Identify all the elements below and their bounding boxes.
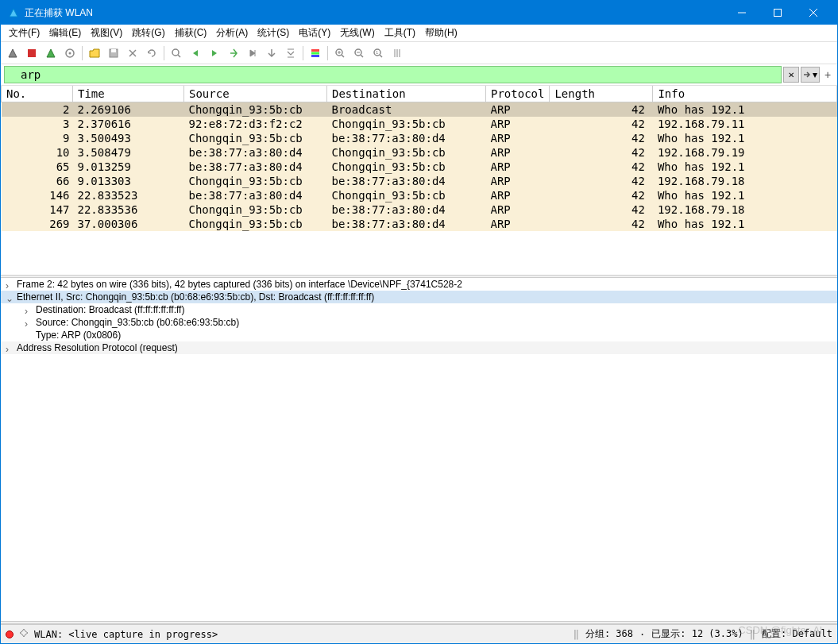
tree-eth-src[interactable]: ›Source: Chongqin_93:5b:cb (b0:68:e6:93:…	[1, 316, 837, 329]
go-back-icon[interactable]	[187, 44, 204, 62]
chevron-right-icon[interactable]: ›	[6, 280, 14, 291]
packet-row[interactable]: 659.013259be:38:77:a3:80:d4Chongqin_93:5…	[2, 160, 837, 174]
expert-info-icon[interactable]	[18, 627, 29, 641]
stop-capture-icon[interactable]	[23, 44, 41, 62]
filter-bar: ✕ ▾ +	[1, 64, 837, 86]
colorize-icon[interactable]	[307, 44, 324, 62]
window-title: 正在捕获 WLAN	[25, 6, 724, 20]
display-filter-input[interactable]	[4, 66, 782, 83]
minimize-button[interactable]	[724, 1, 759, 25]
menu-view[interactable]: 视图(V)	[86, 25, 127, 41]
column-info[interactable]: Info	[653, 86, 837, 102]
packet-row[interactable]: 14722.833536Chongqin_93:5b:cbbe:38:77:a3…	[2, 202, 837, 217]
column-no[interactable]: No.	[2, 86, 73, 102]
menu-phone[interactable]: 电话(Y)	[294, 25, 335, 41]
zoom-out-icon[interactable]	[350, 44, 368, 62]
menu-jump[interactable]: 跳转(G)	[127, 25, 169, 41]
menu-edit[interactable]: 编辑(E)	[44, 25, 86, 41]
status-packets: 分组: 368	[585, 627, 633, 641]
go-last-icon[interactable]	[263, 44, 280, 62]
status-profile[interactable]: 配置: Default	[762, 627, 832, 641]
packet-details-pane: ›Frame 2: 42 bytes on wire (336 bits), 4…	[1, 278, 837, 621]
reload-icon[interactable]	[143, 44, 160, 62]
tree-ethernet[interactable]: ⌄Ethernet II, Src: Chongqin_93:5b:cb (b0…	[1, 291, 837, 303]
packet-list-header[interactable]: No. Time Source Destination Protocol Len…	[2, 86, 837, 102]
start-capture-icon[interactable]	[4, 44, 21, 62]
tree-frame[interactable]: ›Frame 2: 42 bytes on wire (336 bits), 4…	[1, 278, 837, 291]
zoom-in-icon[interactable]	[331, 44, 349, 62]
svg-line-12	[178, 55, 180, 57]
column-source[interactable]: Source	[184, 86, 327, 102]
find-packet-icon[interactable]	[168, 44, 185, 62]
jump-to-icon[interactable]	[225, 44, 242, 62]
tree-eth-type[interactable]: Type: ARP (0x0806)	[1, 329, 837, 341]
column-length[interactable]: Length	[550, 86, 653, 102]
capture-options-icon[interactable]	[61, 44, 79, 62]
close-button[interactable]	[795, 1, 831, 25]
svg-line-21	[361, 55, 363, 57]
svg-text:1: 1	[376, 50, 379, 55]
svg-line-24	[380, 55, 382, 57]
status-dot: ·	[639, 629, 645, 640]
filter-apply-button[interactable]: ▾	[801, 67, 820, 83]
filter-clear-button[interactable]: ✕	[783, 67, 799, 83]
menu-wireless[interactable]: 无线(W)	[335, 25, 379, 41]
toolbar: 1	[1, 42, 837, 64]
titlebar: 正在捕获 WLAN	[1, 1, 837, 25]
menu-file[interactable]: 文件(F)	[4, 25, 44, 41]
svg-rect-13	[311, 49, 319, 52]
capture-active-icon	[6, 631, 14, 638]
svg-rect-15	[311, 55, 319, 57]
column-protocol[interactable]: Protocol	[486, 86, 550, 102]
chevron-down-icon[interactable]: ⌄	[6, 293, 14, 304]
chevron-right-icon[interactable]: ›	[25, 318, 33, 330]
svg-rect-14	[311, 52, 319, 54]
packet-row[interactable]: 103.508479be:38:77:a3:80:d4Chongqin_93:5…	[2, 145, 837, 160]
tree-arp[interactable]: ›Address Resolution Protocol (request)	[1, 341, 837, 354]
packet-list-pane: No. Time Source Destination Protocol Len…	[1, 86, 837, 275]
app-icon	[7, 6, 20, 19]
svg-rect-4	[28, 49, 36, 57]
column-time[interactable]: Time	[73, 86, 184, 102]
save-file-icon[interactable]	[105, 44, 122, 62]
column-destination[interactable]: Destination	[327, 86, 486, 102]
tree-eth-dst[interactable]: ›Destination: Broadcast (ff:ff:ff:ff:ff:…	[1, 303, 837, 316]
close-file-icon[interactable]	[124, 44, 141, 62]
chevron-right-icon[interactable]: ›	[6, 344, 14, 355]
status-displayed: 已显示: 12 (3.3%)	[651, 627, 743, 641]
packet-row[interactable]: 669.013303Chongqin_93:5b:cbbe:38:77:a3:8…	[2, 174, 837, 188]
packet-row[interactable]: 26937.000306Chongqin_93:5b:cbbe:38:77:a3…	[2, 217, 837, 231]
menubar: 文件(F) 编辑(E) 视图(V) 跳转(G) 捕获(C) 分析(A) 统计(S…	[1, 25, 837, 42]
packet-row[interactable]: 32.37061692:e8:72:d3:f2:c2Chongqin_93:5b…	[2, 117, 837, 131]
status-capture-text: WLAN: <live capture in progress>	[34, 629, 218, 640]
open-file-icon[interactable]	[86, 44, 103, 62]
menu-stats[interactable]: 统计(S)	[253, 25, 294, 41]
svg-point-11	[172, 49, 179, 56]
menu-help[interactable]: 帮助(H)	[420, 25, 462, 41]
svg-rect-1	[774, 10, 781, 17]
svg-point-6	[69, 52, 71, 54]
packet-row[interactable]: 93.500493Chongqin_93:5b:cbbe:38:77:a3:80…	[2, 131, 837, 145]
zoom-reset-icon[interactable]: 1	[369, 44, 387, 62]
filter-add-button[interactable]: +	[821, 67, 834, 83]
svg-rect-8	[111, 49, 116, 52]
chevron-right-icon[interactable]: ›	[25, 306, 33, 317]
go-forward-icon[interactable]	[206, 44, 223, 62]
auto-scroll-icon[interactable]	[282, 44, 299, 62]
menu-tools[interactable]: 工具(T)	[380, 25, 420, 41]
go-first-icon[interactable]	[244, 44, 261, 62]
packet-row[interactable]: 22.269106Chongqin_93:5b:cbBroadcastARP42…	[2, 102, 837, 118]
menu-capture[interactable]: 捕获(C)	[170, 25, 212, 41]
maximize-button[interactable]	[759, 1, 795, 25]
packet-row[interactable]: 14622.833523be:38:77:a3:80:d4Chongqin_93…	[2, 188, 837, 202]
statusbar: WLAN: <live capture in progress> ‖ 分组: 3…	[1, 624, 837, 643]
resize-columns-icon[interactable]	[388, 44, 406, 62]
svg-line-17	[342, 55, 344, 57]
menu-analyze[interactable]: 分析(A)	[211, 25, 253, 41]
restart-capture-icon[interactable]	[42, 44, 60, 62]
